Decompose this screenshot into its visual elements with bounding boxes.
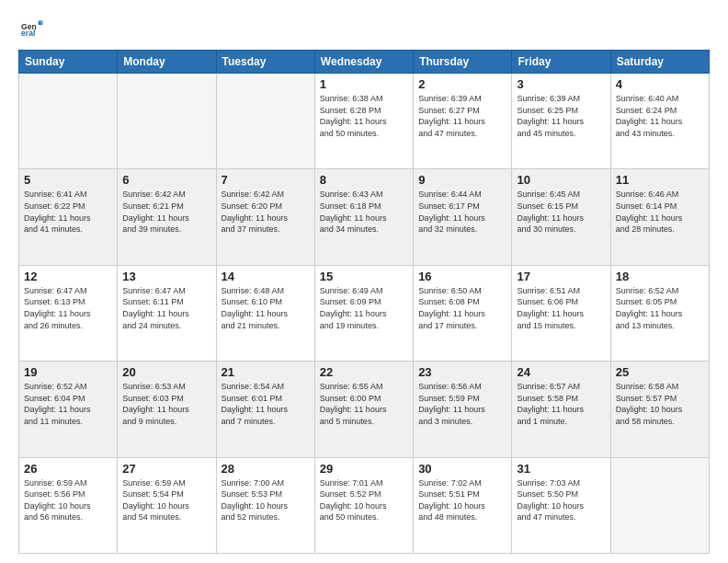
day-number: 2 — [418, 77, 506, 91]
cell-info: Sunrise: 6:46 AM Sunset: 6:14 PM Dayligh… — [616, 189, 704, 235]
day-number: 15 — [320, 270, 408, 283]
calendar-header-row: SundayMondayTuesdayWednesdayThursdayFrid… — [19, 51, 710, 74]
calendar-cell: 7Sunrise: 6:42 AM Sunset: 6:20 PM Daylig… — [216, 169, 314, 265]
cell-info: Sunrise: 6:57 AM Sunset: 5:58 PM Dayligh… — [517, 381, 605, 427]
cell-info: Sunrise: 6:44 AM Sunset: 6:17 PM Dayligh… — [418, 189, 506, 235]
calendar-cell: 10Sunrise: 6:45 AM Sunset: 6:15 PM Dayli… — [512, 169, 610, 265]
calendar-cell: 5Sunrise: 6:41 AM Sunset: 6:22 PM Daylig… — [19, 169, 118, 265]
calendar-cell: 20Sunrise: 6:53 AM Sunset: 6:03 PM Dayli… — [118, 362, 216, 457]
calendar-header-wednesday: Wednesday — [314, 51, 413, 74]
cell-info: Sunrise: 6:43 AM Sunset: 6:18 PM Dayligh… — [320, 189, 408, 235]
day-number: 4 — [616, 77, 704, 91]
cell-info: Sunrise: 6:39 AM Sunset: 6:27 PM Dayligh… — [418, 93, 506, 139]
day-number: 12 — [24, 270, 112, 283]
calendar-week-row: 26Sunrise: 6:59 AM Sunset: 5:56 PM Dayli… — [19, 457, 710, 553]
day-number: 27 — [122, 462, 210, 476]
day-number: 22 — [320, 365, 408, 379]
cell-info: Sunrise: 6:58 AM Sunset: 5:57 PM Dayligh… — [616, 381, 704, 427]
calendar-cell: 29Sunrise: 7:01 AM Sunset: 5:52 PM Dayli… — [314, 457, 413, 553]
logo-icon: Gen eral — [18, 15, 44, 40]
cell-info: Sunrise: 6:39 AM Sunset: 6:25 PM Dayligh… — [517, 93, 605, 139]
calendar-cell — [216, 74, 314, 169]
cell-info: Sunrise: 6:52 AM Sunset: 6:05 PM Dayligh… — [616, 285, 704, 331]
day-number: 18 — [616, 270, 704, 283]
calendar-cell: 17Sunrise: 6:51 AM Sunset: 6:06 PM Dayli… — [512, 265, 610, 361]
day-number: 5 — [24, 173, 112, 187]
cell-info: Sunrise: 6:41 AM Sunset: 6:22 PM Dayligh… — [24, 189, 112, 235]
calendar-cell: 25Sunrise: 6:58 AM Sunset: 5:57 PM Dayli… — [610, 362, 709, 457]
calendar-week-row: 12Sunrise: 6:47 AM Sunset: 6:13 PM Dayli… — [19, 265, 710, 361]
day-number: 9 — [418, 173, 506, 187]
calendar-cell — [19, 74, 118, 169]
cell-info: Sunrise: 6:42 AM Sunset: 6:21 PM Dayligh… — [122, 189, 210, 235]
day-number: 16 — [418, 270, 506, 283]
cell-info: Sunrise: 6:54 AM Sunset: 6:01 PM Dayligh… — [222, 381, 310, 427]
logo: Gen eral — [18, 15, 48, 40]
calendar-cell: 19Sunrise: 6:52 AM Sunset: 6:04 PM Dayli… — [19, 362, 118, 457]
cell-info: Sunrise: 6:42 AM Sunset: 6:20 PM Dayligh… — [222, 189, 310, 235]
day-number: 24 — [517, 365, 605, 379]
calendar-cell: 27Sunrise: 6:59 AM Sunset: 5:54 PM Dayli… — [118, 457, 216, 553]
calendar-header-tuesday: Tuesday — [216, 51, 314, 74]
cell-info: Sunrise: 6:59 AM Sunset: 5:56 PM Dayligh… — [24, 477, 112, 523]
day-number: 29 — [320, 462, 408, 476]
day-number: 1 — [320, 77, 408, 91]
day-number: 8 — [320, 173, 408, 187]
day-number: 20 — [122, 365, 210, 379]
day-number: 26 — [24, 462, 112, 476]
page: Gen eral SundayMondayTuesdayWednesdayThu… — [0, 0, 728, 563]
calendar-cell: 4Sunrise: 6:40 AM Sunset: 6:24 PM Daylig… — [610, 74, 709, 169]
cell-info: Sunrise: 6:59 AM Sunset: 5:54 PM Dayligh… — [122, 477, 210, 523]
calendar-table: SundayMondayTuesdayWednesdayThursdayFrid… — [18, 50, 710, 554]
cell-info: Sunrise: 7:00 AM Sunset: 5:53 PM Dayligh… — [222, 477, 310, 523]
cell-info: Sunrise: 6:48 AM Sunset: 6:10 PM Dayligh… — [222, 285, 310, 331]
day-number: 25 — [616, 365, 704, 379]
calendar-header-monday: Monday — [118, 51, 216, 74]
calendar-cell: 6Sunrise: 6:42 AM Sunset: 6:21 PM Daylig… — [118, 169, 216, 265]
calendar-cell: 8Sunrise: 6:43 AM Sunset: 6:18 PM Daylig… — [314, 169, 413, 265]
day-number: 23 — [418, 365, 506, 379]
calendar-cell: 15Sunrise: 6:49 AM Sunset: 6:09 PM Dayli… — [314, 265, 413, 361]
calendar-week-row: 1Sunrise: 6:38 AM Sunset: 6:28 PM Daylig… — [19, 74, 710, 169]
cell-info: Sunrise: 6:55 AM Sunset: 6:00 PM Dayligh… — [320, 381, 408, 427]
svg-text:eral: eral — [21, 29, 35, 38]
cell-info: Sunrise: 7:02 AM Sunset: 5:51 PM Dayligh… — [418, 477, 506, 523]
cell-info: Sunrise: 6:40 AM Sunset: 6:24 PM Dayligh… — [616, 93, 704, 139]
calendar-cell: 1Sunrise: 6:38 AM Sunset: 6:28 PM Daylig… — [314, 74, 413, 169]
calendar-cell: 28Sunrise: 7:00 AM Sunset: 5:53 PM Dayli… — [216, 457, 314, 553]
header: Gen eral — [18, 15, 710, 40]
calendar-cell: 16Sunrise: 6:50 AM Sunset: 6:08 PM Dayli… — [414, 265, 512, 361]
cell-info: Sunrise: 6:51 AM Sunset: 6:06 PM Dayligh… — [517, 285, 605, 331]
calendar-cell: 30Sunrise: 7:02 AM Sunset: 5:51 PM Dayli… — [414, 457, 512, 553]
calendar-cell: 11Sunrise: 6:46 AM Sunset: 6:14 PM Dayli… — [610, 169, 709, 265]
cell-info: Sunrise: 6:49 AM Sunset: 6:09 PM Dayligh… — [320, 285, 408, 331]
calendar-cell: 31Sunrise: 7:03 AM Sunset: 5:50 PM Dayli… — [512, 457, 610, 553]
calendar-header-friday: Friday — [512, 51, 610, 74]
cell-info: Sunrise: 6:47 AM Sunset: 6:13 PM Dayligh… — [24, 285, 112, 331]
day-number: 30 — [418, 462, 506, 476]
calendar-cell: 21Sunrise: 6:54 AM Sunset: 6:01 PM Dayli… — [216, 362, 314, 457]
cell-info: Sunrise: 6:56 AM Sunset: 5:59 PM Dayligh… — [418, 381, 506, 427]
cell-info: Sunrise: 6:47 AM Sunset: 6:11 PM Dayligh… — [122, 285, 210, 331]
calendar-cell: 12Sunrise: 6:47 AM Sunset: 6:13 PM Dayli… — [19, 265, 118, 361]
calendar-cell: 14Sunrise: 6:48 AM Sunset: 6:10 PM Dayli… — [216, 265, 314, 361]
day-number: 21 — [222, 365, 310, 379]
calendar-cell: 9Sunrise: 6:44 AM Sunset: 6:17 PM Daylig… — [414, 169, 512, 265]
day-number: 11 — [616, 173, 704, 187]
cell-info: Sunrise: 7:03 AM Sunset: 5:50 PM Dayligh… — [517, 477, 605, 523]
day-number: 6 — [122, 173, 210, 187]
day-number: 28 — [222, 462, 310, 476]
cell-info: Sunrise: 6:38 AM Sunset: 6:28 PM Dayligh… — [320, 93, 408, 139]
calendar-header-sunday: Sunday — [19, 51, 118, 74]
cell-info: Sunrise: 6:52 AM Sunset: 6:04 PM Dayligh… — [24, 381, 112, 427]
cell-info: Sunrise: 6:53 AM Sunset: 6:03 PM Dayligh… — [122, 381, 210, 427]
cell-info: Sunrise: 6:45 AM Sunset: 6:15 PM Dayligh… — [517, 189, 605, 235]
day-number: 10 — [517, 173, 605, 187]
calendar-cell: 26Sunrise: 6:59 AM Sunset: 5:56 PM Dayli… — [19, 457, 118, 553]
calendar-cell — [610, 457, 709, 553]
day-number: 13 — [122, 270, 210, 283]
calendar-cell: 23Sunrise: 6:56 AM Sunset: 5:59 PM Dayli… — [414, 362, 512, 457]
calendar-week-row: 5Sunrise: 6:41 AM Sunset: 6:22 PM Daylig… — [19, 169, 710, 265]
calendar-cell — [118, 74, 216, 169]
cell-info: Sunrise: 6:50 AM Sunset: 6:08 PM Dayligh… — [418, 285, 506, 331]
